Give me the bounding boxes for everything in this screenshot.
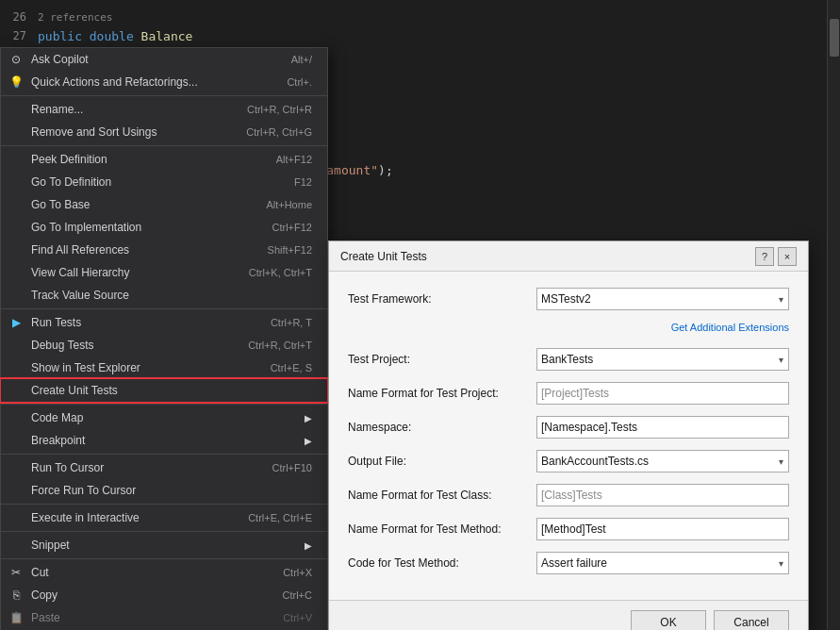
menu-item-force-run-to-cursor[interactable]: Force Run To Cursor [1, 479, 327, 502]
menu-separator [1, 504, 327, 505]
form-row-code-for-test: Code for Test Method: Assert failure [348, 551, 789, 575]
form-row-name-format-method: Name Format for Test Method: [348, 517, 789, 541]
output-file-control: BankAccountTests.cs [536, 450, 789, 472]
namespace-label: Namespace: [348, 421, 536, 434]
test-project-label: Test Project: [348, 353, 536, 366]
menu-item-debug-tests[interactable]: Debug Tests Ctrl+R, Ctrl+T [1, 334, 327, 356]
name-format-class-control [536, 484, 789, 506]
menu-item-create-unit-tests[interactable]: Create Unit Tests ➜ [1, 379, 327, 402]
form-row-name-format-project: Name Format for Test Project: [348, 381, 789, 406]
menu-separator [1, 558, 327, 559]
menu-item-code-map[interactable]: Code Map ▶ [1, 406, 327, 429]
dialog-footer: OK Cancel [329, 600, 808, 630]
menu-item-run-tests[interactable]: ▶ Run Tests Ctrl+R, T [1, 311, 327, 334]
dialog-title-bar: Create Unit Tests ? × [329, 241, 808, 272]
code-for-test-label: Code for Test Method: [348, 556, 536, 570]
dialog-help-button[interactable]: ? [755, 247, 774, 266]
scrollbar-thumb[interactable] [830, 19, 839, 57]
form-row-name-format-class: Name Format for Test Class: [348, 483, 789, 507]
code-for-test-select[interactable]: Assert failure [536, 552, 789, 574]
get-additional-extensions-link[interactable]: Get Additional Extensions [671, 322, 789, 333]
name-format-class-label: Name Format for Test Class: [348, 489, 536, 502]
menu-separator [1, 95, 327, 96]
additional-extensions-row: Get Additional Extensions [348, 317, 789, 341]
test-framework-select-wrapper: MSTestv2 [536, 288, 789, 310]
code-for-test-select-wrapper: Assert failure [536, 552, 789, 574]
code-for-test-control: Assert failure [536, 552, 789, 574]
copy-icon: ⎘ [8, 588, 24, 603]
menu-item-go-to-implementation[interactable]: Go To Implementation Ctrl+F12 [1, 216, 327, 239]
menu-item-go-to-base[interactable]: Go To Base Alt+Home [1, 193, 327, 216]
menu-item-go-to-definition[interactable]: Go To Definition F12 [1, 171, 327, 193]
menu-item-cut[interactable]: ✂ Cut Ctrl+X [1, 561, 327, 584]
name-format-project-control [536, 382, 789, 405]
namespace-input[interactable] [536, 416, 789, 439]
dialog-close-button[interactable]: × [778, 247, 797, 266]
menu-item-execute-in-interactive[interactable]: Execute in Interactive Ctrl+E, Ctrl+E [1, 506, 327, 529]
test-framework-label: Test Framework: [348, 292, 536, 306]
output-file-select-wrapper: BankAccountTests.cs [536, 450, 789, 472]
dialog-title-buttons: ? × [755, 247, 797, 266]
name-format-method-input[interactable] [536, 518, 789, 540]
menu-item-ask-copilot[interactable]: ⊙ Ask Copilot Alt+/ [1, 48, 327, 71]
menu-item-show-in-test-explorer[interactable]: Show in Test Explorer Ctrl+E, S [1, 356, 327, 379]
test-project-control: BankTests [536, 348, 789, 371]
form-row-namespace: Namespace: [348, 415, 789, 439]
dialog-title: Create Unit Tests [340, 250, 427, 263]
menu-item-paste[interactable]: 📋 Paste Ctrl+V [1, 606, 327, 629]
menu-separator [1, 308, 327, 309]
output-file-label: Output File: [348, 455, 536, 468]
create-unit-tests-dialog: Create Unit Tests ? × Test Framework: MS… [328, 240, 809, 630]
menu-separator [1, 531, 327, 532]
name-format-method-label: Name Format for Test Method: [348, 522, 536, 536]
name-format-class-input[interactable] [536, 484, 789, 506]
ok-button[interactable]: OK [631, 610, 706, 630]
context-menu: ⊙ Ask Copilot Alt+/ 💡 Quick Actions and … [0, 47, 328, 630]
cut-icon: ✂ [8, 565, 24, 580]
name-format-project-label: Name Format for Test Project: [348, 387, 536, 400]
form-row-test-framework: Test Framework: MSTestv2 [348, 287, 789, 311]
name-format-project-input[interactable] [536, 382, 789, 405]
copilot-icon: ⊙ [8, 52, 24, 67]
test-project-select[interactable]: BankTests [536, 348, 789, 371]
form-row-test-project: Test Project: BankTests [348, 347, 789, 372]
menu-item-view-call-hierarchy[interactable]: View Call Hierarchy Ctrl+K, Ctrl+T [1, 261, 327, 284]
submenu-arrow: ▶ [305, 413, 312, 423]
menu-item-remove-sort-usings[interactable]: Remove and Sort Usings Ctrl+R, Ctrl+G [1, 121, 327, 143]
menu-separator [1, 454, 327, 455]
menu-item-run-to-cursor[interactable]: Run To Cursor Ctrl+F10 [1, 456, 327, 479]
bulb-icon: 💡 [8, 75, 24, 90]
menu-item-copy[interactable]: ⎘ Copy Ctrl+C [1, 584, 327, 606]
dialog-body: Test Framework: MSTestv2 Get Additional … [329, 272, 808, 600]
namespace-control [536, 416, 789, 439]
test-framework-select[interactable]: MSTestv2 [536, 288, 789, 310]
menu-separator [1, 145, 327, 146]
menu-item-snippet[interactable]: Snippet ▶ [1, 534, 327, 556]
menu-item-peek-definition[interactable]: Peek Definition Alt+F12 [1, 148, 327, 171]
menu-separator [1, 404, 327, 405]
menu-item-quick-actions[interactable]: 💡 Quick Actions and Refactorings... Ctrl… [1, 71, 327, 93]
test-framework-control: MSTestv2 [536, 288, 789, 310]
paste-icon: 📋 [8, 610, 24, 625]
submenu-arrow: ▶ [305, 436, 312, 446]
output-file-select[interactable]: BankAccountTests.cs [536, 450, 789, 472]
menu-item-track-value-source[interactable]: Track Value Source [1, 284, 327, 307]
menu-item-breakpoint[interactable]: Breakpoint ▶ [1, 429, 327, 452]
code-line: 26 2 references [0, 8, 840, 26]
name-format-method-control [536, 518, 789, 540]
test-project-select-wrapper: BankTests [536, 348, 789, 371]
code-line: 27 public double Balance [0, 26, 840, 45]
menu-item-find-all-references[interactable]: Find All References Shift+F12 [1, 239, 327, 261]
submenu-arrow: ▶ [305, 540, 312, 551]
run-icon: ▶ [8, 315, 24, 330]
cancel-button[interactable]: Cancel [714, 610, 789, 630]
form-row-output-file: Output File: BankAccountTests.cs [348, 449, 789, 473]
menu-item-rename[interactable]: Rename... Ctrl+R, Ctrl+R [1, 98, 327, 121]
scrollbar[interactable] [827, 0, 840, 630]
